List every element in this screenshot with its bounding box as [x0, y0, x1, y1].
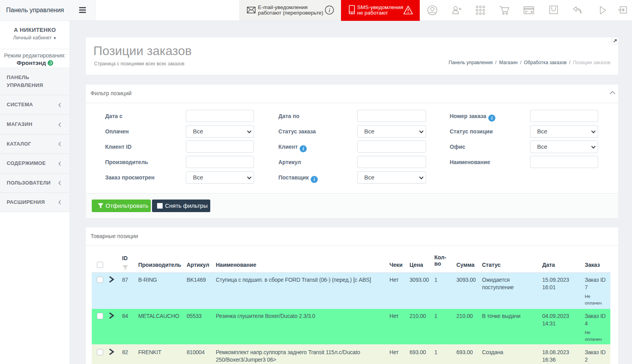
svg-text:i: i [328, 7, 330, 13]
